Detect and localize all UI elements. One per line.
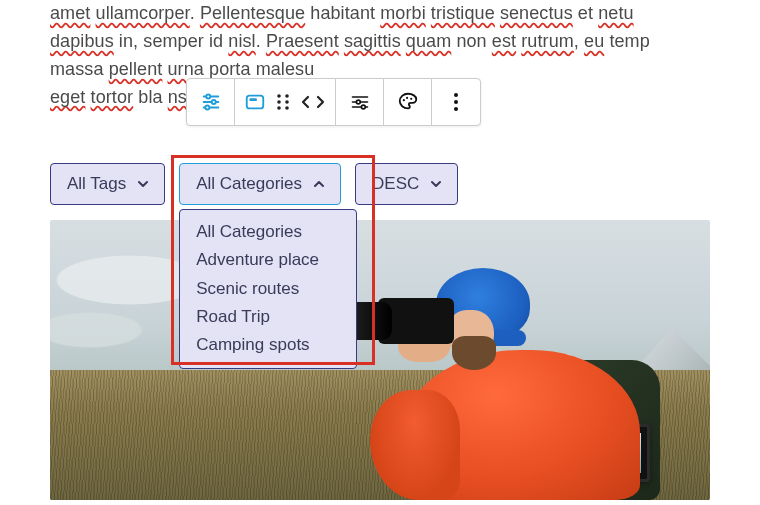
svg-point-3	[211, 100, 215, 104]
svg-rect-7	[250, 98, 257, 101]
parent-and-drag-group	[235, 79, 336, 125]
featured-image[interactable]	[50, 220, 710, 500]
tags-filter-label: All Tags	[67, 174, 126, 194]
more-options-button[interactable]	[432, 79, 480, 125]
svg-point-1	[206, 94, 210, 98]
svg-point-23	[454, 100, 458, 104]
svg-point-13	[285, 106, 289, 110]
tags-filter-wrap: All Tags	[50, 163, 165, 205]
sort-filter-wrap: DESC	[355, 163, 458, 205]
svg-point-10	[277, 100, 281, 104]
svg-point-22	[454, 93, 458, 97]
chevron-down-icon	[136, 177, 150, 191]
categories-option[interactable]: All Categories	[180, 218, 356, 246]
block-settings-button[interactable]	[187, 79, 235, 125]
svg-point-5	[205, 105, 209, 109]
sort-filter-label: DESC	[372, 174, 419, 194]
drag-handle-icon[interactable]	[275, 93, 291, 111]
categories-option[interactable]: Road Trip	[180, 303, 356, 331]
svg-point-20	[405, 97, 407, 99]
block-toolbar	[186, 78, 481, 126]
svg-point-16	[356, 100, 360, 104]
categories-filter-button[interactable]: All Categories	[179, 163, 341, 205]
tags-filter-button[interactable]: All Tags	[50, 163, 165, 205]
svg-point-11	[285, 100, 289, 104]
chevron-down-icon	[429, 177, 443, 191]
svg-point-9	[285, 94, 289, 98]
sort-filter-button[interactable]: DESC	[355, 163, 458, 205]
align-button[interactable]	[336, 79, 384, 125]
categories-option[interactable]: Camping spots	[180, 331, 356, 359]
svg-point-18	[361, 105, 365, 109]
categories-filter-wrap: All Categories All CategoriesAdventure p…	[179, 163, 341, 205]
categories-option[interactable]: Adventure place	[180, 246, 356, 274]
move-arrows-icon[interactable]	[299, 93, 327, 111]
chevron-up-icon	[312, 177, 326, 191]
svg-point-21	[410, 98, 412, 100]
svg-point-19	[402, 99, 404, 101]
categories-filter-label: All Categories	[196, 174, 302, 194]
filter-row: All Tags All Categories All CategoriesAd…	[50, 163, 458, 205]
svg-point-12	[277, 106, 281, 110]
categories-option[interactable]: Scenic routes	[180, 275, 356, 303]
categories-dropdown: All CategoriesAdventure placeScenic rout…	[179, 209, 357, 369]
color-button[interactable]	[384, 79, 432, 125]
svg-rect-6	[247, 96, 264, 109]
svg-point-8	[277, 94, 281, 98]
svg-point-24	[454, 107, 458, 111]
parent-block-button[interactable]	[243, 91, 267, 113]
